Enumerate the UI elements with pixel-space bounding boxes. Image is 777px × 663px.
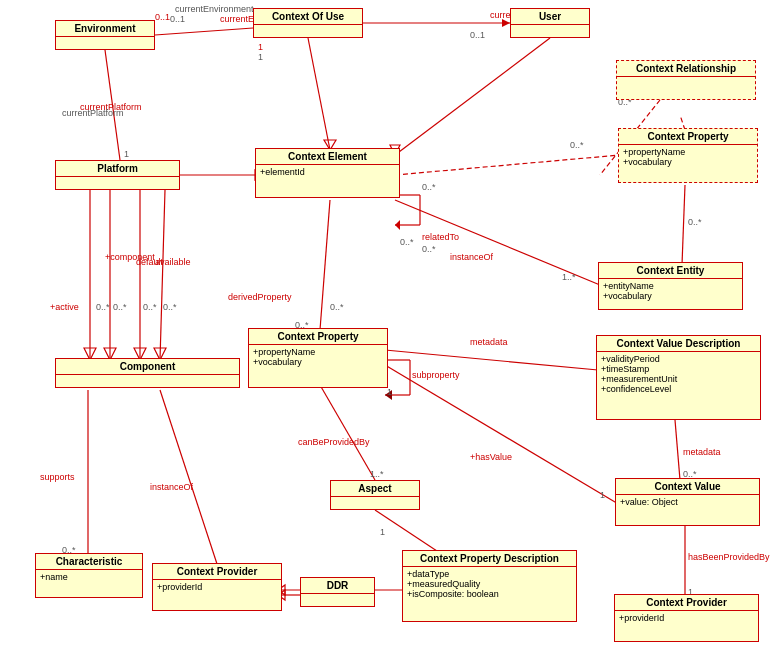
context-property-description-title: Context Property Description [403,551,576,567]
svg-text:0..1: 0..1 [470,30,485,40]
svg-text:1: 1 [124,149,129,159]
svg-text:0..*: 0..* [96,302,110,312]
environment-box: Environment [55,20,155,50]
context-element-body: +elementId [256,165,399,179]
user-title: User [511,9,589,25]
label-0-1-env: 0..1 [155,12,170,22]
svg-marker-26 [395,220,400,230]
svg-line-50 [160,190,165,360]
context-value-box: Context Value +value: Object [615,478,760,526]
platform-title: Platform [56,161,179,177]
context-provider-right-box: Context Provider +providerId [614,594,759,642]
context-property-description-box: Context Property Description +dataType+m… [402,550,577,622]
svg-text:1..*: 1..* [370,469,384,479]
svg-text:0..1: 0..1 [170,14,185,24]
context-relationship-title: Context Relationship [617,61,755,77]
svg-text:hasBeenProvidedBy: hasBeenProvidedBy [688,552,770,562]
svg-text:0..*: 0..* [330,302,344,312]
context-property-center-body: +propertyName+vocabulary [249,345,387,369]
user-box: User [510,8,590,38]
characteristic-body: +name [36,570,142,584]
svg-text:0..*: 0..* [688,217,702,227]
svg-text:instanceOf: instanceOf [150,482,194,492]
context-property-upper-title: Context Property [619,129,757,145]
ddr-box: DDR [300,577,375,607]
svg-line-64 [385,365,620,505]
svg-text:1: 1 [600,490,605,500]
svg-line-34 [320,200,330,330]
svg-line-30 [395,200,600,285]
label-current-platform: currentPlatform [62,108,124,118]
svg-line-68 [385,350,598,370]
svg-text:default: default [136,257,164,267]
platform-box: Platform [55,160,180,190]
context-provider-right-title: Context Provider [615,595,758,611]
svg-marker-62 [385,390,392,400]
context-of-use-title: Context Of Use [254,9,362,25]
context-provider-left-body: +providerId [153,580,281,594]
svg-line-0 [155,28,253,35]
characteristic-title: Characteristic [36,554,142,570]
component-box: Component [55,358,240,388]
svg-line-7 [308,38,330,150]
svg-marker-4 [502,19,510,27]
aspect-box: Aspect [330,480,420,510]
svg-text:derivedProperty: derivedProperty [228,292,292,302]
svg-text:0..*: 0..* [163,302,177,312]
context-value-description-title: Context Value Description [597,336,760,352]
context-value-title: Context Value [616,479,759,495]
svg-text:0..*: 0..* [570,140,584,150]
svg-text:available: available [155,257,191,267]
context-entity-title: Context Entity [599,263,742,279]
context-relationship-box: Context Relationship [616,60,756,100]
context-entity-body: +entityName+vocabulary [599,279,742,303]
context-provider-left-box: Context Provider +providerId [152,563,282,611]
context-of-use-box: Context Of Use [253,8,363,38]
svg-text:+active: +active [50,302,79,312]
context-value-body: +value: Object [616,495,759,509]
svg-text:metadata: metadata [683,447,721,457]
context-element-box: Context Element +elementId [255,148,400,198]
context-value-description-body: +validityPeriod+timeStamp+measurementUni… [597,352,760,396]
svg-line-85 [682,185,685,265]
svg-text:+component: +component [105,252,155,262]
svg-line-10 [395,38,550,155]
characteristic-box: Characteristic +name [35,553,143,598]
svg-text:0..*: 0..* [113,302,127,312]
svg-text:0..*: 0..* [400,237,414,247]
svg-text:0..*: 0..* [143,302,157,312]
context-property-center-title: Context Property [249,329,387,345]
svg-text:canBeProvidedBy: canBeProvidedBy [298,437,370,447]
svg-line-70 [675,420,680,480]
context-property-description-body: +dataType+measuredQuality+isComposite: b… [403,567,576,601]
svg-text:1..*: 1..* [562,272,576,282]
svg-text:relatedTo: relatedTo [422,232,459,242]
svg-text:0..*: 0..* [422,244,436,254]
context-entity-box: Context Entity +entityName+vocabulary [598,262,743,310]
svg-line-57 [160,390,218,567]
context-provider-left-title: Context Provider [153,564,281,580]
svg-line-20 [105,50,120,160]
environment-title: Environment [56,21,154,37]
context-property-upper-box: Context Property +propertyName+vocabular… [618,128,758,183]
svg-text:1: 1 [387,387,392,397]
svg-line-79 [375,510,440,553]
context-property-center-box: Context Property +propertyName+vocabular… [248,328,388,388]
context-provider-right-body: +providerId [615,611,758,625]
svg-text:subproperty: subproperty [412,370,460,380]
svg-text:metadata: metadata [470,337,508,347]
uml-diagram: 0..1 currentEnvironment currentUser 0..1… [0,0,777,663]
component-title: Component [56,359,239,375]
svg-text:+hasValue: +hasValue [470,452,512,462]
svg-text:1: 1 [380,527,385,537]
ddr-title: DDR [301,578,374,594]
svg-text:0..*: 0..* [422,182,436,192]
context-property-upper-body: +propertyName+vocabulary [619,145,757,169]
svg-text:1: 1 [258,52,263,62]
label-current-env: currentEnvironment [175,4,254,14]
context-element-title: Context Element [256,149,399,165]
svg-text:supports: supports [40,472,75,482]
label-1-cou: 1 [258,42,263,52]
svg-line-16 [395,155,620,175]
context-value-description-box: Context Value Description +validityPerio… [596,335,761,420]
